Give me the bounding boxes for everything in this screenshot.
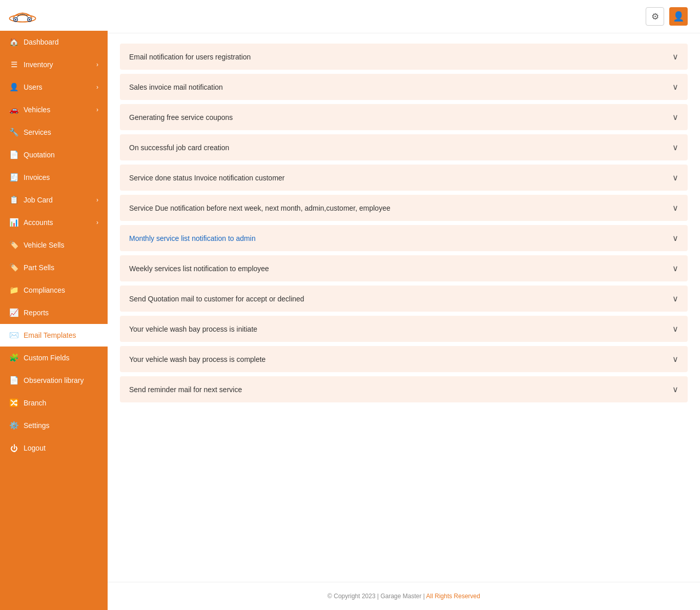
nav-icon-dashboard: 🏠 (9, 37, 18, 47)
sidebar-item-dashboard[interactable]: 🏠 Dashboard (0, 31, 108, 53)
sidebar-item-customfields[interactable]: 🧩 Custom Fields (0, 347, 108, 369)
sidebar-item-emailtemplates[interactable]: ✉️ Email Templates (0, 324, 108, 347)
accordion-label-monthly-service-list: Monthly service list notification to adm… (129, 234, 256, 242)
accordion-label-wash-bay-initiate: Your vehicle wash bay process is initiat… (129, 325, 257, 333)
sidebar-item-vehicles[interactable]: 🚗 Vehicles › (0, 98, 108, 121)
footer: © Copyright 2023 | Garage Master | All R… (108, 582, 700, 610)
logo (0, 0, 108, 31)
sidebar-item-branch[interactable]: 🔀 Branch (0, 392, 108, 414)
accordion-chevron-service-done-status: ∨ (672, 173, 678, 182)
nav-label-services: Services (24, 128, 51, 136)
accordion-item-service-done-status[interactable]: Service done status Invoice notification… (120, 165, 688, 191)
nav-label-inventory: Inventory (24, 60, 53, 69)
svg-point-2 (15, 19, 16, 21)
topbar: ⚙ 👤 (108, 0, 700, 33)
footer-highlight: All Rights Reserved (426, 593, 480, 600)
sidebar-item-logout[interactable]: ⏻ Logout (0, 437, 108, 459)
nav-label-vehiclesells: Vehicle Sells (24, 241, 64, 249)
nav-icon-inventory: ☰ (9, 60, 18, 69)
settings-icon-button[interactable]: ⚙ (646, 7, 664, 26)
accordion-item-user-registration[interactable]: Email notification for users registratio… (120, 44, 688, 70)
nav-icon-quotation: 📄 (9, 150, 18, 159)
accordion-label-reminder-mail: Send reminder mail for next service (129, 385, 242, 394)
nav-icon-settings: ⚙️ (9, 421, 18, 430)
nav-arrow-accounts: › (96, 219, 98, 226)
nav-label-settings: Settings (24, 421, 50, 430)
gear-icon: ⚙ (651, 11, 659, 22)
sidebar-item-services[interactable]: 🔧 Services (0, 121, 108, 144)
accordion-label-service-done-status: Service done status Invoice notification… (129, 174, 285, 182)
accordion-list: Email notification for users registratio… (120, 44, 688, 402)
nav-label-compliances: Compliances (24, 286, 65, 294)
sidebar-nav: 🏠 Dashboard ☰ Inventory › 👤 Users › 🚗 Ve… (0, 31, 108, 459)
accordion-item-service-due-notification[interactable]: Service Due notification before next wee… (120, 195, 688, 221)
nav-label-vehicles: Vehicles (24, 106, 50, 114)
accordion-chevron-job-card-creation: ∨ (672, 143, 678, 152)
sidebar-item-settings[interactable]: ⚙️ Settings (0, 414, 108, 437)
nav-arrow-inventory: › (96, 61, 98, 68)
accordion-chevron-sales-invoice: ∨ (672, 82, 678, 92)
nav-label-users: Users (24, 83, 43, 91)
accordion-label-sales-invoice: Sales invoice mail notification (129, 83, 223, 91)
accordion-item-weekly-services-list[interactable]: Weekly services list notification to emp… (120, 255, 688, 281)
sidebar-item-inventory[interactable]: ☰ Inventory › (0, 53, 108, 76)
user-avatar-icon: 👤 (673, 11, 684, 22)
accordion-label-wash-bay-complete: Your vehicle wash bay process is complet… (129, 355, 265, 363)
nav-label-emailtemplates: Email Templates (24, 331, 76, 339)
accordion-item-monthly-service-list[interactable]: Monthly service list notification to adm… (120, 225, 688, 251)
accordion-item-job-card-creation[interactable]: On successful job card creation ∨ (120, 134, 688, 160)
nav-icon-partsells: 🏷️ (9, 263, 18, 272)
accordion-label-weekly-services-list: Weekly services list notification to emp… (129, 265, 269, 273)
content-area: Email notification for users registratio… (108, 33, 700, 582)
accordion-chevron-wash-bay-complete: ∨ (672, 354, 678, 364)
accordion-item-wash-bay-initiate[interactable]: Your vehicle wash bay process is initiat… (120, 316, 688, 342)
nav-icon-reports: 📈 (9, 308, 18, 317)
sidebar-item-reports[interactable]: 📈 Reports (0, 301, 108, 324)
sidebar: 🏠 Dashboard ☰ Inventory › 👤 Users › 🚗 Ve… (0, 0, 108, 610)
nav-icon-invoices: 🧾 (9, 173, 18, 182)
nav-icon-users: 👤 (9, 83, 18, 92)
nav-icon-vehicles: 🚗 (9, 105, 18, 114)
nav-icon-compliances: 📁 (9, 286, 18, 295)
accordion-label-free-service-coupons: Generating free service coupons (129, 113, 233, 121)
sidebar-item-vehiclesells[interactable]: 🏷️ Vehicle Sells (0, 234, 108, 256)
accordion-item-reminder-mail[interactable]: Send reminder mail for next service ∨ (120, 376, 688, 402)
nav-label-customfields: Custom Fields (24, 354, 69, 362)
sidebar-item-jobcard[interactable]: 📋 Job Card › (0, 189, 108, 211)
accordion-chevron-monthly-service-list: ∨ (672, 233, 678, 243)
nav-label-dashboard: Dashboard (24, 38, 59, 46)
accordion-chevron-user-registration: ∨ (672, 52, 678, 62)
accordion-item-wash-bay-complete[interactable]: Your vehicle wash bay process is complet… (120, 346, 688, 372)
accordion-label-job-card-creation: On successful job card creation (129, 144, 229, 152)
sidebar-item-accounts[interactable]: 📊 Accounts › (0, 211, 108, 234)
nav-arrow-users: › (96, 84, 98, 91)
accordion-chevron-free-service-coupons: ∨ (672, 112, 678, 122)
sidebar-item-partsells[interactable]: 🏷️ Part Sells (0, 256, 108, 279)
user-avatar-button[interactable]: 👤 (669, 7, 688, 26)
accordion-item-free-service-coupons[interactable]: Generating free service coupons ∨ (120, 104, 688, 130)
sidebar-item-invoices[interactable]: 🧾 Invoices (0, 166, 108, 189)
nav-icon-jobcard: 📋 (9, 195, 18, 205)
nav-label-accounts: Accounts (24, 218, 53, 227)
sidebar-item-compliances[interactable]: 📁 Compliances (0, 279, 108, 301)
nav-arrow-jobcard: › (96, 196, 98, 204)
sidebar-item-users[interactable]: 👤 Users › (0, 76, 108, 98)
nav-icon-observationlibrary: 📄 (9, 376, 18, 385)
accordion-chevron-wash-bay-initiate: ∨ (672, 324, 678, 334)
nav-label-logout: Logout (24, 444, 46, 452)
sidebar-item-observationlibrary[interactable]: 📄 Observation library (0, 369, 108, 392)
accordion-chevron-weekly-services-list: ∨ (672, 263, 678, 273)
nav-label-reports: Reports (24, 309, 49, 317)
nav-arrow-vehicles: › (96, 106, 98, 113)
sidebar-item-quotation[interactable]: 📄 Quotation (0, 144, 108, 166)
svg-point-4 (29, 19, 30, 21)
nav-icon-logout: ⏻ (9, 443, 18, 453)
nav-label-partsells: Part Sells (24, 263, 54, 272)
nav-label-invoices: Invoices (24, 173, 50, 181)
nav-icon-vehiclesells: 🏷️ (9, 240, 18, 250)
accordion-item-send-quotation-mail[interactable]: Send Quotation mail to customer for acce… (120, 286, 688, 312)
nav-label-quotation: Quotation (24, 151, 55, 159)
accordion-label-service-due-notification: Service Due notification before next wee… (129, 204, 390, 212)
accordion-label-send-quotation-mail: Send Quotation mail to customer for acce… (129, 295, 304, 303)
accordion-item-sales-invoice[interactable]: Sales invoice mail notification ∨ (120, 74, 688, 100)
